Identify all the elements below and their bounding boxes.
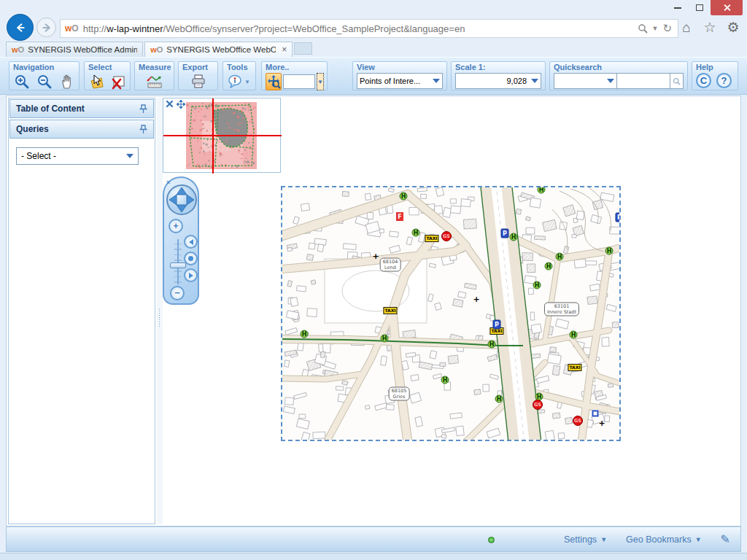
overview-close-icon[interactable] [166,100,174,108]
map-marker-h: H [605,247,614,255]
zoom-in-button[interactable] [13,73,31,90]
panel-label: Table of Content [16,104,85,114]
district-label: 68105Gries [389,387,410,401]
geo-bookmarks-menu[interactable]: Geo Bookmarks ▼ [626,534,702,545]
map-marker-h: H [400,192,408,201]
chevron-down-icon [433,79,440,83]
new-tab-button[interactable] [294,42,312,55]
tab-weboffice-administrator[interactable]: wO SYNERGIS WebOffice Administ... [6,42,143,57]
query-select-dropdown[interactable]: - Select - [16,147,139,165]
map-marker-sq [592,411,599,417]
sidebar-panel-queries[interactable]: Queries [9,120,154,139]
tools-dropdown-icon[interactable]: ▼ [244,79,250,85]
pan-hand-icon [59,74,74,89]
geo-bookmarks-label: Geo Bookmarks [626,534,692,545]
pin-icon[interactable] [139,104,147,114]
window-controls [667,0,743,16]
map-marker-gs: GS [441,231,452,241]
select-arrow-icon [88,74,104,90]
view-dropdown[interactable]: Points of Intere... [357,73,443,89]
chevron-down-icon: ▼ [600,536,607,543]
info-balloon-icon [227,74,243,90]
maximize-icon [696,4,703,11]
toolbar-group-scale: Scale 1: 9,028 [451,61,546,90]
map-marker-plus: + [473,295,479,304]
browser-window: { "browser": { "url_prefix": "http://", … [0,0,747,560]
map-marker-h: H [510,233,518,241]
quicksearch-dropdown[interactable] [554,73,616,89]
redline-pen-icon[interactable]: ✎ [721,532,730,546]
print-button[interactable] [190,73,207,90]
pan-button[interactable] [58,73,75,90]
settings-gear-icon[interactable]: ⚙ [725,20,741,36]
slider-handle[interactable] [170,262,186,268]
browser-chrome: wO http://w-lap-wintner/WebOffice/synser… [0,0,747,57]
forward-button[interactable] [36,18,56,37]
zoom-in-icon [14,74,30,90]
map-canvas[interactable]: HHHHHHHHHHHHHHHTAXITAXITAXITAXIGSGSGSPPP… [281,186,621,441]
settings-menu[interactable]: Settings ▼ [564,534,607,545]
zoom-out-slider-button[interactable]: − [170,286,185,300]
quicksearch-input[interactable] [616,73,670,89]
pan-dpad[interactable] [166,184,198,216]
select-button[interactable] [88,73,105,90]
overview-move-icon[interactable] [177,100,185,109]
group-label-more: More.. [266,63,323,72]
settings-label: Settings [564,534,597,545]
full-extent-button[interactable] [184,252,198,265]
back-arrow-icon [15,23,26,33]
group-label-view: View [357,63,443,72]
refresh-icon[interactable]: ↻ [662,22,672,35]
toolbar-group-tools: Tools ▼ [222,61,256,90]
search-dropdown-icon[interactable]: ▼ [652,25,659,32]
map-marker-taxi: TAXI [568,364,581,371]
scale-input[interactable]: 9,028 [455,73,541,89]
url-text: http://w-lap-wintner/WebOffice/synserver… [83,23,632,34]
toolbar-group-select: Select [84,61,131,90]
back-button[interactable] [7,14,34,41]
zoom-slider[interactable] [174,239,182,284]
map-marker-h: H [570,331,578,339]
copyright-button[interactable]: C [696,73,711,88]
map-marker-h: H [381,335,389,343]
zoom-in-slider-button[interactable]: + [169,219,183,233]
chevron-down-icon: ▼ [695,536,702,543]
map-marker-gs: GS [573,416,583,426]
more-value-box[interactable] [283,74,315,89]
group-label-select: Select [88,63,126,72]
main-content: Table of Content Queries - Select - [6,96,741,526]
more-dropdown-button[interactable]: ▼ [317,73,324,90]
sidebar-panel-table-of-content[interactable]: Table of Content [9,99,154,118]
overview-map-panel[interactable] [163,98,281,173]
measure-button[interactable] [146,73,163,90]
address-bar[interactable]: wO http://w-lap-wintner/WebOffice/synser… [60,19,678,38]
next-extent-button[interactable] [184,268,198,282]
maximize-button[interactable] [689,0,711,15]
help-button[interactable]: ? [716,73,732,88]
pin-icon[interactable] [139,125,147,134]
sidebar-splitter[interactable] [157,98,163,524]
zoom-out-button[interactable] [36,73,53,90]
minimize-button[interactable] [667,0,689,15]
query-select-value: - Select - [21,151,56,161]
chevron-down-icon [607,79,614,83]
zoom-to-selection-button[interactable] [266,73,282,90]
previous-extent-button[interactable] [184,235,198,249]
clear-selection-button[interactable] [110,73,127,90]
map-marker-h: H [533,281,541,289]
tab-weboffice-client[interactable]: wO SYNERGIS WebOffice WebO... × [144,42,293,57]
search-icon[interactable] [638,23,648,34]
favorites-star-icon[interactable]: ☆ [702,20,718,36]
next-extent-icon [189,273,193,279]
close-button[interactable] [711,0,743,15]
weboffice-favicon: wO [12,45,24,54]
map-marker-h: H [538,186,546,194]
home-icon[interactable]: ⌂ [678,20,694,36]
quicksearch-button[interactable] [670,73,684,89]
tab-close-icon[interactable]: × [282,46,287,53]
toolbar-group-quicksearch: Quicksearch [549,61,688,90]
info-tool-button[interactable] [227,73,243,90]
weboffice-favicon: wO [65,23,79,34]
previous-extent-icon [189,239,193,245]
tab-label: SYNERGIS WebOffice Administ... [28,45,137,54]
